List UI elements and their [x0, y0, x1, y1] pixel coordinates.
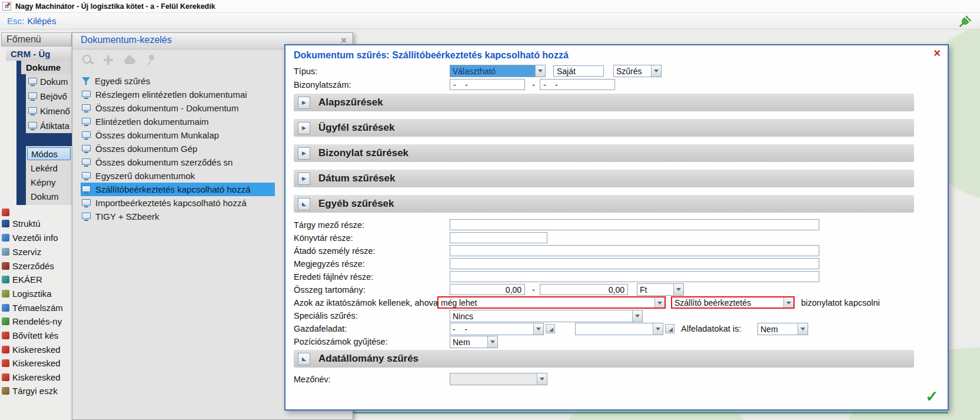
exit-menu-item[interactable]: Esc: Kilépés	[7, 16, 56, 26]
sidebar-item-kiskereskedelem-2[interactable]: Kiskeresked	[0, 356, 72, 369]
sidebar-item-crm[interactable]: CRM - Üg	[6, 47, 72, 61]
chevron-down-icon[interactable]	[653, 323, 663, 335]
mezonev-select[interactable]	[450, 373, 547, 385]
sidebar-item-kiskereskedelem-1[interactable]: Kiskeresked	[0, 343, 72, 356]
list-item-selected[interactable]: Szállítóbeérkeztetés kapcsolható hozzá	[81, 183, 275, 196]
sidebar-item-szerzodes[interactable]: Szerződés	[0, 259, 72, 272]
section-egyeb-szuresek[interactable]: ◣ Egyéb szűrések	[294, 195, 914, 213]
targy-label: Tárgy mező része:	[294, 220, 364, 230]
tipus-select[interactable]: Választható	[450, 65, 546, 77]
pozicioszam-select[interactable]: Nem	[450, 336, 498, 348]
retail-icon	[2, 373, 9, 381]
sidebar-item-modositas[interactable]: Módos	[27, 147, 71, 160]
list-item[interactable]: Egyszerű dokumentumok	[81, 169, 275, 183]
megjegyzes-label: Megjegyzés része:	[294, 259, 365, 269]
list-item[interactable]: Importbeérkeztetés kapcsolható hozzá	[81, 196, 275, 210]
list-item[interactable]: Összes dokumentum Munkalap	[81, 128, 275, 142]
sidebar-item-logisztika[interactable]: Logisztika	[0, 287, 72, 300]
sidebar-item-label: EKÁER	[12, 275, 42, 285]
eredeti-fajlnev-input[interactable]	[450, 271, 819, 282]
section-datum-szuresek[interactable]: ▶ Dátum szűrések	[294, 170, 914, 187]
sidebar-item-struktura[interactable]: Struktú	[0, 217, 72, 230]
gazdafeladat-picker-button[interactable]	[546, 324, 555, 333]
chevron-down-icon[interactable]	[533, 323, 543, 335]
konyvtar-input[interactable]	[450, 232, 547, 243]
atado-input[interactable]	[450, 245, 819, 256]
chevron-down-icon[interactable]	[487, 336, 497, 348]
list-item[interactable]: Összes dokumentum szerződés sn	[81, 156, 275, 169]
pin-icon[interactable]	[144, 53, 158, 67]
sidebar-item-vezetoi-info[interactable]: Vezetői info	[0, 231, 72, 244]
bizonylatszam-to-input[interactable]: - -	[540, 79, 615, 90]
expand-icon[interactable]: ▶	[298, 173, 310, 185]
cloud-icon[interactable]	[123, 53, 137, 67]
specialis-select[interactable]: Nincs	[450, 310, 643, 322]
pozicioszam-label: Pozíciószámok gyűjtése:	[294, 337, 388, 346]
expand-icon[interactable]: ▶	[298, 122, 310, 134]
monitor-icon	[82, 172, 91, 178]
sidebar-item-temaelszamolas[interactable]: Témaelszám	[0, 301, 72, 314]
collapse-icon[interactable]: ◣	[298, 353, 310, 365]
expand-icon[interactable]: ▶	[298, 97, 310, 109]
add-icon[interactable]	[102, 53, 116, 67]
tools-plug-icon[interactable]	[958, 14, 973, 29]
bizonylatszam-from-input[interactable]: - -	[450, 79, 525, 90]
collapse-icon[interactable]: ◣	[298, 198, 310, 210]
sidebar-item-kimeno[interactable]: Kimenő	[26, 104, 72, 118]
sidebar-item-bejovo[interactable]: Bejövő	[26, 89, 72, 104]
megjegyzes-input[interactable]	[450, 258, 819, 269]
iktato-type-select[interactable]: Szállító beérkeztetés	[671, 296, 795, 309]
sidebar-section-dokumentum[interactable]: Dokume	[21, 61, 72, 74]
chevron-down-icon[interactable]	[783, 297, 793, 307]
iktato-mode-select[interactable]: még lehet	[437, 296, 666, 309]
currency-value: Ft	[637, 284, 673, 295]
sidebar-item-dokum[interactable]: Dokum	[26, 74, 72, 89]
sidebar-item-ekaer[interactable]: EKÁER	[0, 273, 72, 286]
sidebar-item-lekerdezes[interactable]: Lekérd	[27, 161, 71, 174]
list-item[interactable]: Összes dokumentum - Dokumentum	[81, 101, 275, 115]
sidebar-item-kiskereskedelem-3[interactable]: Kiskeresked	[0, 371, 72, 383]
sidebar-item-kepnyomtatas[interactable]: Képny	[27, 176, 71, 188]
gazdafeladat-sub-picker-button[interactable]	[665, 324, 675, 333]
list-item-egyedi-szures[interactable]: Egyedi szűrés	[81, 74, 275, 88]
section-adatallomany-szures[interactable]: ◣ Adatállomány szűrés	[294, 350, 914, 368]
chevron-down-icon[interactable]	[535, 65, 545, 77]
chevron-down-icon[interactable]	[651, 65, 661, 77]
expand-icon[interactable]: ▶	[298, 147, 310, 160]
targy-input[interactable]	[450, 219, 819, 230]
sidebar-item-dokum2[interactable]: Dokum	[27, 190, 71, 203]
confirm-check-icon[interactable]: ✓	[925, 388, 938, 406]
alfeladat-select[interactable]: Nem	[758, 323, 808, 335]
specialis-label: Speciális szűrés:	[294, 311, 358, 320]
section-bizonylat-szuresek[interactable]: ▶ Bizonylat szűrések	[294, 144, 914, 162]
sidebar-item-atiktatas[interactable]: Átiktata	[26, 118, 72, 133]
gazdafeladat-sub-select[interactable]	[575, 323, 663, 335]
section-alapszuresek[interactable]: ▶ Alapszűrések	[294, 94, 914, 111]
gazdafeladat-select[interactable]: - -	[450, 323, 544, 335]
monitor-icon	[82, 199, 91, 206]
chevron-down-icon[interactable]	[632, 310, 642, 322]
osszeg-from-input[interactable]: 0,00	[450, 284, 525, 295]
search-icon[interactable]	[81, 53, 95, 67]
close-icon[interactable]: ×	[934, 47, 941, 60]
list-item[interactable]: Összes dokumentum Gép	[81, 142, 275, 156]
sidebar-item-rendeles-nyilvantartas[interactable]: Rendelés-ny	[0, 315, 72, 328]
sidebar-item-bovitett-keszlet[interactable]: Bővített kés	[0, 329, 72, 342]
sajat-field[interactable]: Saját	[553, 65, 604, 77]
tipus-value: Választható	[450, 65, 535, 77]
list-item[interactable]: TIGY + SZbeerk	[81, 210, 275, 223]
sidebar-item-label: Kiskeresked	[12, 345, 61, 355]
sidebar-item-label: Dokum	[31, 191, 59, 201]
list-item[interactable]: Elintézetlen dokumentumaim	[81, 115, 275, 128]
chevron-down-icon[interactable]	[798, 323, 808, 335]
sidebar-item-targyi-eszkoz[interactable]: Tárgyi eszk	[0, 384, 72, 397]
chevron-down-icon[interactable]	[655, 297, 665, 307]
chevron-down-icon[interactable]	[673, 284, 683, 295]
sidebar-item-szerviz[interactable]: Szerviz	[0, 245, 72, 258]
currency-select[interactable]: Ft	[637, 283, 684, 296]
szures-select[interactable]: Szűrés	[613, 65, 662, 77]
list-item[interactable]: Részlegem elintézetlen dokumentumai	[81, 88, 275, 101]
osszeg-to-input[interactable]: 0,00	[540, 284, 628, 295]
section-ugyfel-szuresek[interactable]: ▶ Ügyfél szűrések	[294, 119, 914, 137]
chevron-down-icon[interactable]	[537, 373, 547, 385]
